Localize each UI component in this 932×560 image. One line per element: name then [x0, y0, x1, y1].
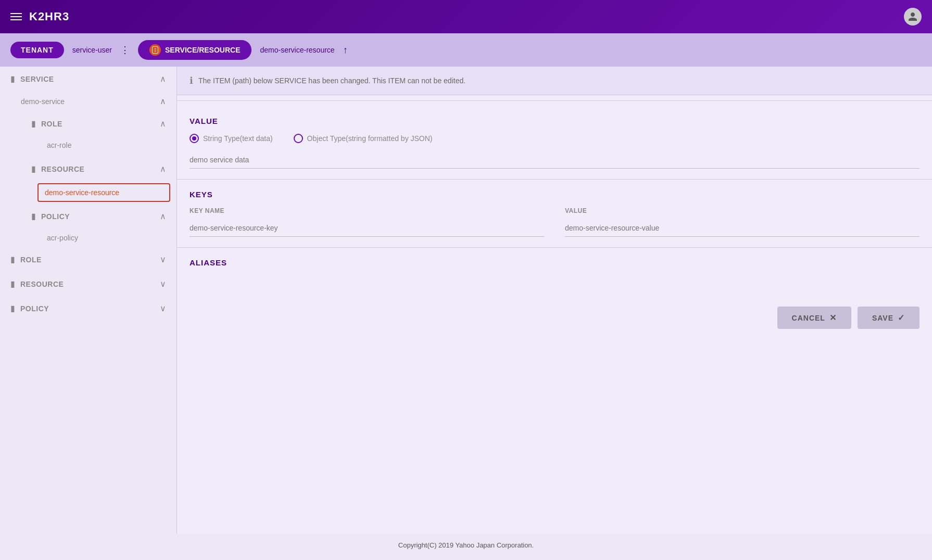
sidebar-item-role-top[interactable]: ▮ ROLE ∨	[0, 247, 177, 272]
folder-icon-service: ▮	[10, 74, 15, 84]
service-resource-label: SERVICE/RESOURCE	[165, 46, 240, 54]
hamburger-icon[interactable]	[10, 13, 22, 20]
role-chevron: ∧	[160, 119, 166, 129]
sidebar-demo-service[interactable]: demo-service ∧	[21, 91, 177, 111]
sidebar: ▮ SERVICE ∧ demo-service ∧ ▮ ROLE ∧ acr-…	[0, 67, 177, 534]
sidebar-acr-policy: acr-policy	[31, 228, 177, 247]
sidebar-role-section: ▮ ROLE ∧ acr-role ▮ RESOURCE ∧ d	[21, 111, 177, 247]
radio-string-label: String Type(text data)	[203, 134, 273, 143]
sidebar-sub-service: demo-service ∧ ▮ ROLE ∧ acr-role ▮	[0, 91, 177, 247]
user-avatar[interactable]	[904, 8, 922, 26]
sidebar-acr-role: acr-role	[31, 136, 177, 155]
radio-string-type[interactable]: String Type(text data)	[190, 134, 273, 143]
folder-icon-resource: ▮	[31, 164, 36, 174]
demo-service-chevron: ∧	[160, 96, 166, 106]
sidebar-role-top-label: ROLE	[20, 256, 155, 264]
sidebar-selected-resource[interactable]: demo-service-resource	[37, 183, 170, 202]
cancel-button[interactable]: CANCEL ✕	[777, 307, 851, 329]
sidebar-item-service[interactable]: ▮ SERVICE ∧	[0, 67, 177, 91]
value-section: VALUE String Type(text data) Object Type…	[177, 106, 932, 174]
key-name-header: KEY NAME	[190, 207, 544, 214]
resource-top-chevron: ∨	[160, 279, 166, 289]
service-user-label: service-user	[72, 46, 112, 54]
cancel-icon: ✕	[829, 313, 837, 323]
folder-icon-role: ▮	[31, 119, 36, 129]
key-name-input[interactable]	[190, 220, 544, 237]
service-chevron: ∧	[160, 74, 166, 84]
main-content: ▮ SERVICE ∧ demo-service ∧ ▮ ROLE ∧ acr-…	[0, 67, 932, 534]
keys-section-title: KEYS	[190, 190, 920, 199]
right-panel: ℹ The ITEM (path) below SERVICE has been…	[177, 67, 932, 534]
navbar-left: K2HR3	[10, 10, 69, 23]
selected-resource-label: demo-service-resource	[45, 188, 119, 197]
value-key-header: VALUE	[565, 207, 920, 214]
navbar-right	[904, 8, 922, 26]
folder-icon-role-top: ▮	[10, 254, 15, 264]
aliases-section-title: ALIASES	[190, 258, 920, 267]
info-banner: ℹ The ITEM (path) below SERVICE has been…	[177, 67, 932, 95]
acr-policy-label: acr-policy	[47, 234, 78, 242]
save-label: SAVE	[872, 314, 893, 322]
role-top-chevron: ∨	[160, 254, 166, 264]
app-title: K2HR3	[29, 10, 69, 23]
footer: Copyright(C) 2019 Yahoo Japan Corporatio…	[0, 534, 932, 556]
radio-string-circle	[190, 134, 199, 143]
keys-row: KEY NAME VALUE	[190, 207, 920, 237]
sidebar-item-policy-top[interactable]: ▮ POLICY ∨	[0, 296, 177, 321]
radio-object-type[interactable]: Object Type(string formatted by JSON)	[294, 134, 433, 143]
value-input[interactable]	[190, 151, 920, 169]
breadcrumb-bar: TENANT service-user ⋮ SERVICE/RESOURCE d…	[0, 33, 932, 67]
policy-chevron: ∧	[160, 211, 166, 221]
sidebar-item-resource-top[interactable]: ▮ RESOURCE ∨	[0, 272, 177, 296]
demo-service-label: demo-service	[21, 97, 65, 106]
service-resource-button[interactable]: SERVICE/RESOURCE	[138, 40, 251, 60]
info-message: The ITEM (path) below SERVICE has been c…	[198, 77, 465, 85]
breadcrumb-demo-resource: demo-service-resource	[260, 46, 334, 54]
acr-role-label: acr-role	[47, 141, 71, 149]
save-button[interactable]: SAVE ✓	[858, 307, 920, 329]
sidebar-resource-top-label: RESOURCE	[20, 280, 155, 288]
sidebar-service-label: SERVICE	[20, 75, 155, 83]
radio-object-label: Object Type(string formatted by JSON)	[307, 134, 433, 143]
aliases-section: ALIASES	[177, 253, 932, 296]
navbar: K2HR3	[0, 0, 932, 33]
sidebar-item-policy[interactable]: ▮ POLICY ∧	[31, 204, 177, 228]
radio-group: String Type(text data) Object Type(strin…	[190, 134, 920, 143]
sidebar-resource-label: RESOURCE	[41, 165, 155, 173]
value-section-title: VALUE	[190, 117, 920, 125]
sidebar-policy-label: POLICY	[41, 212, 155, 221]
sidebar-item-acr-role[interactable]: acr-role	[47, 136, 177, 155]
breadcrumb-dots[interactable]: ⋮	[120, 44, 130, 56]
radio-object-circle	[294, 134, 303, 143]
value-key-input[interactable]	[565, 220, 920, 237]
tenant-button[interactable]: TENANT	[10, 42, 64, 58]
sidebar-item-role[interactable]: ▮ ROLE ∧	[31, 111, 177, 136]
save-icon: ✓	[898, 313, 905, 323]
folder-icon-resource-top: ▮	[10, 279, 15, 289]
bottom-buttons: CANCEL ✕ SAVE ✓	[177, 296, 932, 339]
sidebar-role-label: ROLE	[41, 120, 155, 128]
cancel-label: CANCEL	[792, 314, 825, 322]
breadcrumb-arrow[interactable]: ↑	[343, 45, 348, 56]
resource-chevron: ∧	[160, 164, 166, 174]
sidebar-policy-top-label: POLICY	[20, 304, 155, 313]
folder-icon-policy: ▮	[31, 211, 36, 221]
folder-icon-policy-top: ▮	[10, 303, 15, 313]
value-key-col: VALUE	[565, 207, 920, 237]
sidebar-item-acr-policy[interactable]: acr-policy	[47, 228, 177, 247]
sidebar-item-resource[interactable]: ▮ RESOURCE ∧	[31, 157, 177, 181]
policy-top-chevron: ∨	[160, 303, 166, 313]
key-name-col: KEY NAME	[190, 207, 544, 237]
sr-icon	[149, 44, 161, 56]
info-icon: ℹ	[190, 75, 193, 86]
footer-copyright: Copyright(C) 2019 Yahoo Japan Corporatio…	[398, 541, 534, 549]
keys-section: KEYS KEY NAME VALUE	[177, 185, 932, 242]
